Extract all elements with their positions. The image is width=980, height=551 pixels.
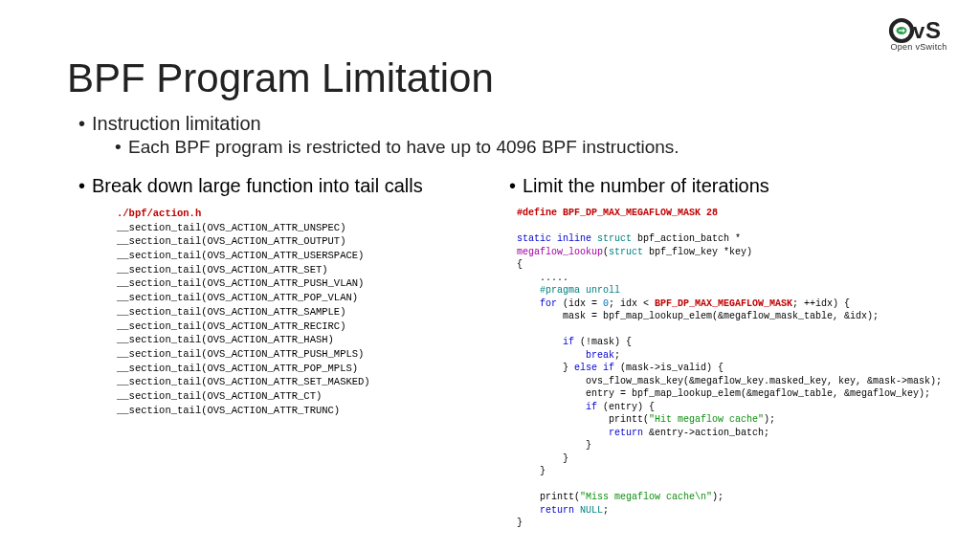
code-line: __section_tail(OVS_ACTION_ATTR_SET) (117, 264, 328, 276)
code-brace: } (517, 518, 523, 528)
code-line: mask = bpf_map_lookup_elem(&megaflow_mas… (517, 311, 879, 321)
code-line: __section_tail(OVS_ACTION_ATTR_PUSH_MPLS… (117, 348, 364, 360)
code-line: __section_tail(OVS_ACTION_ATTR_CT) (117, 390, 322, 402)
code-line: __section_tail(OVS_ACTION_ATTR_POP_VLAN) (117, 292, 358, 303)
slide-title: BPF Program Limitation (67, 55, 494, 101)
left-column: Break down large function into tail call… (78, 174, 500, 530)
svg-text:v: v (913, 19, 925, 43)
code-line: ..... (517, 273, 568, 283)
code-line: } (517, 453, 568, 464)
code-line: __section_tail(OVS_ACTION_ATTR_USERSPACE… (117, 250, 364, 261)
ovs-logo: v S Open vSwitch (888, 17, 949, 52)
code-header: ./bpf/action.h (117, 208, 201, 219)
code-const: BPF_DP_MAX_MEGAFLOW_MASK (655, 298, 792, 309)
code-block-action-h: ./bpf/action.h __section_tail(OVS_ACTION… (117, 207, 500, 417)
code-line: __section_tail(OVS_ACTION_ATTR_SAMPLE) (117, 306, 345, 318)
code-string: "Miss megaflow cache\n" (580, 492, 712, 502)
code-null: NULL (580, 505, 603, 516)
code-define: #define BPF_DP_MAX_MEGAFLOW_MASK 28 (517, 208, 718, 218)
ovs-logo-text: Open vSwitch (888, 42, 949, 52)
code-line: } (517, 440, 591, 451)
code-line: ovs_flow_mask_key(&megaflow_key.masked_k… (517, 376, 942, 386)
code-line: } (517, 466, 546, 476)
bullet-text: Instruction limitation (92, 113, 261, 134)
code-line: __section_tail(OVS_ACTION_ATTR_POP_MPLS) (117, 363, 358, 374)
code-line: __section_tail(OVS_ACTION_ATTR_UNSPEC) (117, 222, 345, 233)
code-line: __section_tail(OVS_ACTION_ATTR_PUSH_VLAN… (117, 277, 364, 289)
svg-text:S: S (925, 17, 941, 43)
code-line: __section_tail(OVS_ACTION_ATTR_HASH) (117, 334, 334, 345)
code-line: __section_tail(OVS_ACTION_ATTR_OUTPUT) (117, 235, 345, 247)
right-column: Limit the number of iterations #define B… (509, 174, 942, 530)
bullet-tail-calls: Break down large function into tail call… (78, 174, 500, 197)
code-line: __section_tail(OVS_ACTION_ATTR_RECIRC) (117, 320, 345, 332)
code-line: entry = bpf_map_lookup_elem(&megaflow_ta… (517, 388, 930, 399)
main-bullets: Instruction limitation Each BPF program … (78, 113, 942, 160)
code-line: __section_tail(OVS_ACTION_ATTR_TRUNC) (117, 405, 340, 416)
sub-bullet-4096: Each BPF program is restricted to have u… (115, 137, 942, 158)
code-string: "Hit megaflow cache" (649, 414, 764, 425)
bullet-iterations: Limit the number of iterations (509, 174, 942, 197)
ovs-logo-mark: v S (888, 17, 949, 44)
code-brace: { (517, 259, 523, 270)
bullet-instruction-limitation: Instruction limitation Each BPF program … (78, 113, 942, 158)
code-block-megaflow: #define BPF_DP_MAX_MEGAFLOW_MASK 28 stat… (517, 207, 942, 530)
code-line: __section_tail(OVS_ACTION_ATTR_SET_MASKE… (117, 376, 370, 387)
